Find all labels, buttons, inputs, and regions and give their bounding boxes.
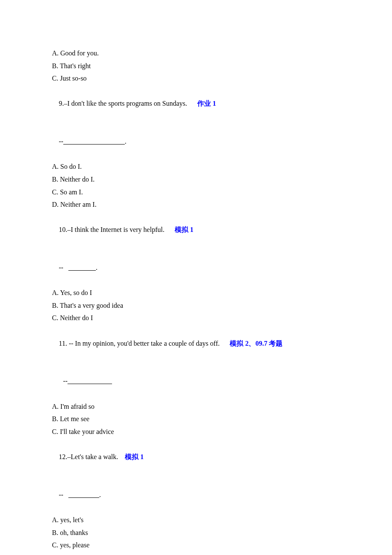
q12-tag: 模拟 1 (125, 453, 144, 460)
q10-blank-prefix: -- (59, 264, 69, 271)
q11-option-c: C. I'll take your advice (52, 425, 340, 438)
q11-blank-line: --_____________ (52, 362, 340, 400)
q10-option-c: C. Neither do I (52, 312, 340, 324)
q12-prompt-line: 12.–Let's take a walk. 模拟 1 (52, 438, 340, 476)
q10-blank: ________ (69, 261, 96, 274)
q11-option-a: A. I'm afraid so (52, 400, 340, 413)
q10-tag: 模拟 1 (175, 226, 193, 233)
q8-option-a: A. Good for you. (52, 47, 340, 60)
q10-prompt-line: 10.–I think the Internet is very helpful… (52, 211, 340, 249)
q12-blank: _________ (69, 489, 99, 501)
q10-blank-suffix: . (96, 264, 98, 271)
q12-blank-prefix: -- (59, 491, 69, 498)
q12-blank-line: -- _________. (52, 476, 340, 514)
q12-blank-suffix: . (99, 491, 101, 498)
q12-option-a: A. yes, let's (52, 514, 340, 526)
q10-option-a: A. Yes, so do I (52, 286, 340, 299)
document-page: A. Good for you. B. That's right C. Just… (0, 0, 392, 555)
q10-prompt: 10.–I think the Internet is very helpful… (59, 226, 164, 233)
q11-tag: 模拟 2、09.7 考题 (230, 340, 282, 347)
q9-prompt-line: 9.–I don't like the sports programs on S… (52, 85, 340, 123)
q11-blank: _____________ (68, 375, 112, 387)
q9-option-b: B. Neither do I. (52, 173, 340, 186)
q10-blank-line: -- ________. (52, 249, 340, 287)
q12-option-c: C. yes, please (52, 539, 340, 552)
q9-option-c: C. So am I. (52, 186, 340, 199)
q12-option-b: B. oh, thanks (52, 526, 340, 539)
q11-prompt: 11. -- In my opinion, you'd better take … (59, 340, 219, 347)
q12-prompt: 12.–Let's take a walk. (59, 453, 118, 460)
q8-option-c: C. Just so-so (52, 72, 340, 85)
q9-option-a: A. So do I. (52, 160, 340, 173)
q9-option-d: D. Neither am I. (52, 198, 340, 211)
q11-option-b: B. Let me see (52, 413, 340, 425)
q9-blank: __________________ (63, 135, 125, 148)
q11-prompt-line: 11. -- In my opinion, you'd better take … (52, 324, 340, 362)
q10-option-b: B. That's a very good idea (52, 299, 340, 312)
q9-tag: 作业 1 (197, 100, 216, 107)
q9-blank-prefix: -- (59, 138, 63, 145)
q9-blank-suffix: . (125, 138, 127, 145)
q9-blank-line: --__________________. (52, 123, 340, 161)
q9-prompt: 9.–I don't like the sports programs on S… (59, 100, 187, 107)
q11-blank-prefix: -- (63, 377, 68, 384)
q13-prompt-line: 13. –May I help you, madam? 10.7 考题 (52, 552, 340, 555)
q8-option-b: B. That's right (52, 60, 340, 72)
